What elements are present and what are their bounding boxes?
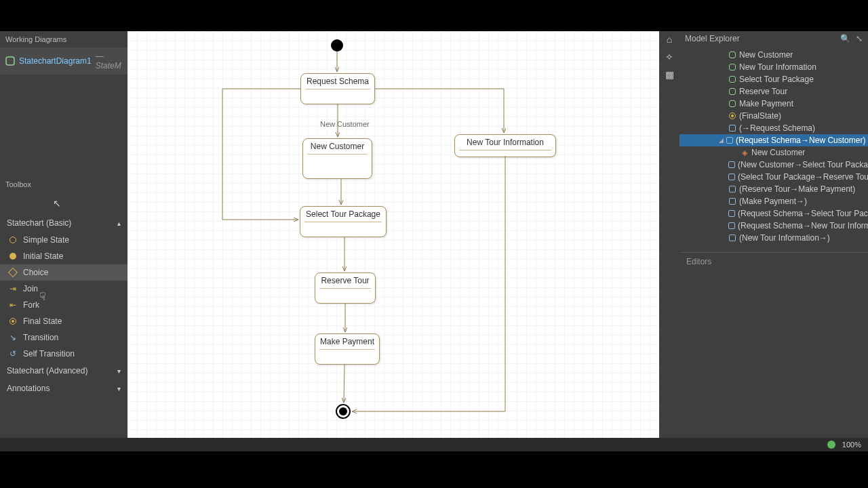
tree-row[interactable]: New Customer [679,49,868,61]
simple-state-icon [8,235,18,245]
transition-icon [728,124,736,132]
tree-row[interactable]: (→Request Schema) [679,122,868,134]
tree-label: (Make Payment→) [739,197,807,206]
svg-line-6 [344,365,344,403]
state-icon [728,100,736,108]
tree-row[interactable]: (Request Schema→Select Tour Package) [679,207,868,220]
tool-label: Choice [23,268,48,277]
tree-row[interactable]: ◢(Request Schema→New Customer) [679,134,868,146]
state-label: Request Schema [305,77,370,86]
grid-icon[interactable]: ▦ [663,69,675,81]
tree-row[interactable]: Reserve Tour [679,85,868,98]
fork-icon: ⇤ [8,300,18,310]
choice-icon [8,268,18,277]
state-select-tour-package[interactable]: Select Tour Package [300,206,387,237]
locate-icon[interactable]: ✧ [663,52,675,64]
state-label: New Tour Information [459,138,551,147]
tree-label: (New Tour Information→) [739,233,830,243]
tree-label: New Customer [751,148,805,157]
tree-row[interactable]: (New Tour Information→) [679,232,868,244]
initial-state-node[interactable] [331,39,343,52]
search-icon[interactable]: 🔍 [840,34,850,43]
state-reserve-tour[interactable]: Reserve Tour [315,272,376,304]
zoom-level[interactable]: 100% [842,441,861,449]
tree-label: Make Payment [739,99,793,108]
tag-icon: ◈ [741,148,749,157]
tree-row[interactable]: (New Customer→Select Tour Package) [679,159,868,171]
toolbox-section-basic[interactable]: Statechart (Basic) ▴ [0,214,127,232]
tree-row[interactable]: (FinalState) [679,110,868,122]
initial-state-icon [8,251,18,261]
transitions-layer [127,31,659,438]
chevron-down-icon: ▾ [117,367,121,375]
tool-transition[interactable]: ↘ Transition [0,329,127,346]
tool-final-state[interactable]: Final State [0,313,127,329]
final-state-node[interactable] [336,404,351,419]
tree-label: New Customer [739,50,793,60]
selection-tool[interactable]: ↖ [0,192,127,214]
self-transition-icon: ↺ [8,349,18,359]
diagram-tab-name: StatechartDiagram1 [19,56,92,66]
tool-label: Initial State [23,251,63,261]
chevron-down-icon[interactable]: ◢ [719,137,724,144]
tree-label: (Select Tour Package→Reserve Tour) [738,172,868,182]
tree-row[interactable]: ◈New Customer [679,146,868,159]
tool-join[interactable]: ⇥ Join [0,281,127,297]
tool-label: Final State [23,317,62,326]
tree-label: Select Tour Package [739,75,814,84]
diagram-canvas[interactable]: Request Schema New Customer New Customer… [127,31,659,438]
statechart-icon [5,56,15,66]
state-icon [728,87,736,96]
join-icon: ⇥ [8,284,18,293]
tree-row[interactable]: (Select Tour Package→Reserve Tour) [679,171,868,183]
tool-initial-state[interactable]: Initial State [0,248,127,264]
transition-label[interactable]: New Customer [320,120,370,128]
tree-row[interactable]: New Tour Information [679,61,868,73]
tree-label: (FinalState) [739,111,781,121]
tool-choice[interactable]: Choice [0,264,127,281]
tree-label: (Request Schema→New Customer) [736,136,865,145]
panel-title: Model Explorer [685,34,740,43]
tool-label: Fork [23,300,39,310]
tool-label: Self Transition [23,349,75,359]
tree-label: (Request Schema→New Tour Information) [738,221,868,230]
diagram-tab-kind: — StateM [96,52,122,70]
tool-simple-state[interactable]: Simple State [0,232,127,248]
diagram-tab[interactable]: StatechartDiagram1 — StateM [0,47,127,75]
chevron-up-icon: ▴ [117,220,121,227]
right-panel: Model Explorer 🔍 ⤡ New CustomerNew Tour … [679,31,868,438]
home-icon[interactable]: ⌂ [663,34,675,46]
toolbox-section-advanced[interactable]: Statechart (Advanced) ▾ [0,362,127,380]
section-title: Statechart (Basic) [7,218,71,228]
state-new-tour-information[interactable]: New Tour Information [454,134,556,157]
tree-row[interactable]: (Request Schema→New Tour Information) [679,220,868,232]
tool-label: Join [23,284,38,293]
transition-icon: ↘ [8,333,18,342]
transition-icon [728,161,735,169]
tool-label: Transition [23,333,58,342]
model-tree[interactable]: New CustomerNew Tour InformationSelect T… [679,46,868,247]
state-new-customer[interactable]: New Customer [302,138,372,179]
tree-label: Reserve Tour [739,87,787,96]
state-label: Select Tour Package [304,209,382,219]
state-icon [728,51,736,59]
final-state-icon [728,112,736,120]
tool-fork[interactable]: ⇤ Fork [0,297,127,313]
collapse-icon[interactable]: ⤡ [856,34,863,43]
section-title: Statechart (Advanced) [7,366,87,375]
state-request-schema[interactable]: Request Schema [300,73,375,104]
toolbox-basic-list: Simple State Initial State Choice ⇥ Join… [0,232,127,362]
tree-row[interactable]: Select Tour Package [679,73,868,85]
tool-self-transition[interactable]: ↺ Self Transition [0,346,127,362]
tree-label: (Request Schema→Select Tour Package) [738,209,868,218]
tree-row[interactable]: (Reserve Tour→Make Payment) [679,183,868,195]
status-ok-icon [827,441,835,449]
toolbox-section-annotations[interactable]: Annotations ▾ [0,380,127,397]
transition-icon [728,173,735,181]
tree-row[interactable]: Make Payment [679,98,868,110]
transition-icon [728,209,735,218]
tree-row[interactable]: (Make Payment→) [679,195,868,207]
state-make-payment[interactable]: Make Payment [315,333,380,365]
state-label: New Customer [307,142,368,151]
status-bar: 100% [0,438,868,451]
